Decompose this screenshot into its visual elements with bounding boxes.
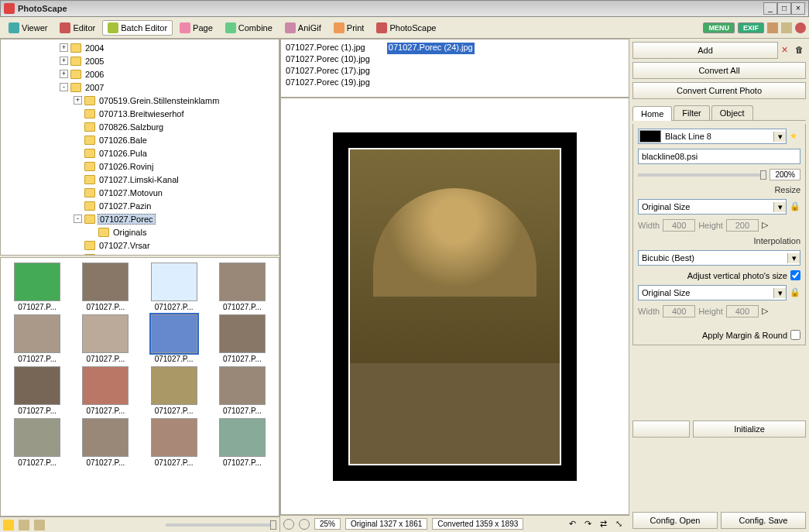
chevron-down-icon[interactable]: ▾	[773, 202, 786, 212]
tree-node[interactable]: -2007	[1, 81, 279, 94]
undo-icon[interactable]: ↶	[569, 519, 580, 530]
tree-node[interactable]: +2005	[1, 54, 279, 67]
thumbnail[interactable]: 071027.P...	[4, 365, 70, 415]
tree-node[interactable]: 071027.Pazin	[1, 199, 279, 212]
lock-icon[interactable]: 🔒	[790, 287, 800, 298]
file-item[interactable]: 071027.Porec (24).jpg	[387, 43, 475, 54]
zoom-actual-icon[interactable]	[299, 519, 310, 530]
file-item[interactable]: 071027.Porec (17).jpg	[284, 66, 372, 77]
tree-node[interactable]: +070519.Grein.Stillensteinklamm	[1, 94, 279, 107]
config-open-button[interactable]: Config. Open	[632, 512, 718, 529]
tab-home[interactable]: Home	[632, 106, 672, 121]
convert-current-button[interactable]: Convert Current Photo	[632, 82, 806, 99]
browse-icon[interactable]	[34, 520, 45, 530]
star-icon[interactable]	[3, 520, 14, 530]
tree-node[interactable]: 071026.Rovinj	[1, 160, 279, 173]
maximize-button[interactable]: □	[777, 2, 791, 15]
expand-icon[interactable]: +	[60, 70, 68, 78]
file-item[interactable]: 071027.Porec (1).jpg	[284, 43, 372, 54]
thumbnail[interactable]: 071027.P...	[141, 313, 207, 363]
thumbnail[interactable]: 071027.P...	[4, 417, 70, 467]
tree-node[interactable]: 070826.Salzburg	[1, 120, 279, 133]
thumbnail[interactable]: 071027.P...	[209, 313, 276, 363]
frame-combo[interactable]: Black Line 8 ▾	[638, 129, 787, 144]
thumbnail[interactable]: 071027.P...	[4, 313, 70, 363]
minimize-button[interactable]: _	[763, 2, 777, 15]
delete-icon[interactable]: ✕	[781, 45, 792, 56]
expand-icon[interactable]: +	[74, 96, 82, 105]
tree-node[interactable]: 071027.Motovun	[1, 186, 279, 199]
menu-badge[interactable]: MENU	[703, 22, 735, 33]
file-item[interactable]: 071027.Porec (10).jpg	[284, 54, 372, 66]
thumbnail[interactable]: 071027.P...	[141, 417, 207, 467]
thumbnail[interactable]: 071027.P...	[209, 417, 276, 467]
expand-icon[interactable]: +	[60, 57, 68, 65]
adjust-vertical-checkbox[interactable]	[790, 270, 800, 280]
tab-viewer[interactable]: Viewer	[3, 20, 53, 36]
tree-node[interactable]: 071027.Limski-Kanal	[1, 173, 279, 186]
redo-icon[interactable]: ↷	[584, 519, 595, 530]
exif-badge[interactable]: EXIF	[738, 22, 764, 33]
tab-filter[interactable]: Filter	[674, 105, 709, 120]
zoom-fit-icon[interactable]	[283, 519, 294, 530]
play-icon[interactable]: ▷	[762, 306, 773, 317]
file-item[interactable]: 071027.Porec (19).jpg	[284, 77, 372, 89]
config-save-button[interactable]: Config. Save	[721, 512, 806, 529]
folder-tree[interactable]: +2004+2005+2006-2007+070519.Grein.Stille…	[0, 39, 279, 256]
thumbnail[interactable]: 071027.P...	[72, 261, 139, 311]
convert-all-button[interactable]: Convert All	[632, 62, 806, 79]
folder-icon[interactable]	[781, 22, 792, 33]
resize-mode-combo[interactable]: Original Size ▾	[638, 199, 787, 215]
thumbnails-panel[interactable]: 071027.P...071027.P...071027.P...071027.…	[0, 257, 279, 517]
frame-file-field[interactable]: blackline08.psi	[638, 149, 800, 164]
tree-node[interactable]: 071026.Bale	[1, 133, 279, 146]
initialize-button[interactable]: Initialize	[693, 420, 806, 438]
thumbnail[interactable]: 071027.P...	[72, 365, 139, 415]
close-button[interactable]: ×	[791, 2, 805, 15]
tree-node[interactable]: +2006	[1, 67, 279, 81]
thumbnail[interactable]: 071027.P...	[141, 261, 207, 311]
expand-icon[interactable]: -	[60, 83, 68, 91]
shuffle-icon[interactable]: ⇄	[600, 519, 611, 530]
star-icon[interactable]: ★	[790, 131, 800, 142]
expand-icon[interactable]: -	[74, 215, 82, 223]
add-button[interactable]: Add	[632, 42, 778, 59]
tree-node[interactable]: Originals	[1, 225, 279, 239]
chevron-down-icon[interactable]: ▾	[773, 132, 786, 142]
arrows-icon[interactable]: ⤡	[615, 519, 626, 530]
tab-editor[interactable]: Editor	[54, 20, 101, 36]
tab-photoscape[interactable]: PhotoScape	[371, 20, 441, 36]
interpolation-combo[interactable]: Bicubic (Best) ▾	[638, 250, 800, 266]
tab-anigif[interactable]: AniGif	[279, 20, 327, 36]
play-icon[interactable]: ▷	[762, 220, 773, 231]
tab-page[interactable]: Page	[174, 20, 218, 36]
tree-node[interactable]: +2004	[1, 41, 279, 54]
thumb-size-slider[interactable]	[166, 523, 277, 527]
tab-combine[interactable]: Combine	[220, 20, 278, 36]
tab-object[interactable]: Object	[711, 105, 753, 120]
help-icon[interactable]	[795, 22, 806, 33]
frame-zoom-slider[interactable]	[638, 173, 766, 177]
chevron-down-icon[interactable]: ▾	[773, 288, 786, 298]
tree-node[interactable]: 071027.Vrsar	[1, 239, 279, 252]
tab-batch-editor[interactable]: Batch Editor	[102, 20, 173, 36]
thumbnail[interactable]: 071027.P...	[72, 417, 139, 467]
tree-node[interactable]: 071028.Rovinj	[1, 252, 279, 256]
file-list[interactable]: 071027.Porec (1).jpg071027.Porec (10).jp…	[280, 39, 629, 98]
thumbnail[interactable]: 071027.P...	[141, 365, 207, 415]
thumbnail[interactable]: 071027.P...	[72, 313, 139, 363]
lock-icon[interactable]: 🔒	[790, 201, 800, 212]
blank-button[interactable]	[632, 420, 690, 438]
tree-node[interactable]: 071026.Pula	[1, 146, 279, 160]
chevron-down-icon[interactable]: ▾	[787, 253, 800, 263]
expand-icon[interactable]: +	[60, 43, 68, 52]
open-folder-icon[interactable]	[19, 520, 29, 530]
clipboard-icon[interactable]	[767, 22, 778, 33]
thumbnail[interactable]: 071027.P...	[209, 365, 276, 415]
adjust-mode-combo[interactable]: Original Size ▾	[638, 285, 787, 300]
tree-node[interactable]: -071027.Porec	[1, 212, 279, 225]
tree-node[interactable]: 070713.Breitwieserhof	[1, 107, 279, 120]
margin-round-checkbox[interactable]	[790, 330, 800, 340]
trash-icon[interactable]: 🗑	[795, 45, 806, 56]
tab-print[interactable]: Print	[328, 20, 370, 36]
